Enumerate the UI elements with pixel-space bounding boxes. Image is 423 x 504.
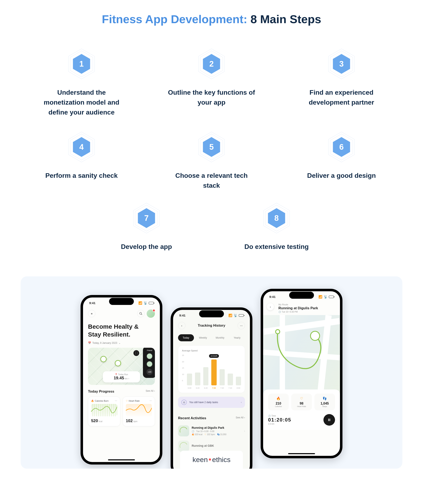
step-3: 3 Find an experienced development partne…: [281, 48, 402, 117]
section-title: Today Progress: [88, 390, 114, 394]
step-6: 6 Deliver a good design: [281, 132, 402, 190]
clock: 9:41: [269, 295, 276, 299]
home-indicator: [288, 453, 315, 454]
more-icon[interactable]: ⋯: [115, 400, 117, 402]
hex-badge: 1: [66, 48, 97, 79]
clock: 9:41: [89, 301, 95, 305]
signal-icon: 📶: [138, 301, 142, 305]
tab-monthly[interactable]: Monthly: [212, 334, 228, 341]
sparkline-chart: [126, 404, 152, 416]
steps-icon: 👣: [217, 433, 220, 436]
wifi-icon: 📡: [234, 314, 238, 317]
chart-bar: 24 km/h: [211, 360, 217, 385]
page-title: Fitness App Development: 8 Main Steps: [21, 12, 402, 26]
stat-steps: 👣 1,045 Steps: [314, 394, 335, 410]
phone-mockup-history: 9:41 📶📡 ‹ Tracking History ⋯ Today Weekl…: [170, 307, 253, 469]
wifi-icon: 📡: [144, 301, 147, 305]
battery-icon: [149, 302, 154, 304]
pause-button[interactable]: [323, 414, 335, 426]
heartrate-card[interactable]: ♡Heart Rate⋯ 102 bpm: [123, 396, 155, 426]
more-icon[interactable]: ⋯: [150, 400, 152, 402]
step-1: 1 Understand the monetization model and …: [21, 48, 142, 117]
steps-row-2: 7 Develop the app 8 Do extensive testing: [86, 203, 337, 252]
tab-weekly[interactable]: Weekly: [195, 334, 211, 341]
friends-panel[interactable]: Friend +20: [143, 348, 155, 378]
brand-logo: keen•ethics: [180, 451, 243, 469]
route-map[interactable]: [263, 315, 340, 394]
avatar[interactable]: [147, 309, 155, 318]
activity-thumb: [178, 425, 189, 436]
chevron-right-icon: ›: [128, 377, 129, 380]
map-pin-icon: [100, 356, 106, 362]
steps-row-1: 1 Understand the monetization model and …: [21, 48, 402, 190]
friend-more[interactable]: +20: [147, 369, 153, 375]
signal-icon: 📶: [318, 295, 323, 299]
calendar-icon: 📅: [88, 342, 91, 344]
more-button[interactable]: ⋯: [238, 322, 245, 329]
headline: Become Healty &Stay Resilient.: [83, 321, 160, 340]
target-icon: ◎: [181, 400, 187, 405]
steps-icon: 👣: [316, 396, 333, 400]
activity-item[interactable]: Running at Digulis Park 🕐Tue 10 • 6.00 -…: [173, 423, 250, 438]
map-card[interactable]: ⛶ Friend +20 📍Today Run 19.45 km ›: [88, 348, 155, 385]
section-title: Recent Activities: [178, 416, 206, 420]
chart-bar: [228, 373, 233, 385]
stat-calories: 🔥 210 Calories: [268, 394, 289, 410]
svg-point-3: [311, 331, 319, 340]
today-run-pill: 📍Today Run 19.45 km ›: [103, 371, 140, 383]
stats-panel: 🔥 210 Calories ♡ 98 Heart Rate 👣 1,045: [263, 390, 340, 430]
search-button[interactable]: [137, 310, 145, 317]
flame-icon: 🔥: [192, 433, 194, 436]
step-5: 5 Choose a relevant tech stack: [151, 132, 272, 190]
expand-icon[interactable]: ⛶: [133, 350, 139, 356]
menu-button[interactable]: ≡: [88, 310, 95, 317]
date-label: 📅Today, 8 January 2023⌄: [83, 340, 160, 348]
calories-card[interactable]: 🔥Calories Burn⋯ 520 kcal: [88, 396, 120, 426]
heart-icon: ♡: [293, 396, 310, 400]
chart-bar: [220, 369, 225, 385]
svg-rect-4: [329, 419, 329, 421]
route-path: [263, 315, 340, 394]
friend-avatar: [147, 353, 153, 359]
dot-icon: •: [209, 458, 211, 462]
chevron-right-icon: ›: [244, 429, 245, 432]
svg-point-0: [140, 312, 141, 314]
timer-value: 01:20:05: [268, 417, 291, 423]
back-button[interactable]: ‹: [267, 303, 274, 310]
tab-today[interactable]: Today: [178, 334, 194, 341]
screen-title: Tracking History: [185, 324, 238, 328]
chevron-right-icon: ›: [241, 401, 242, 404]
wifi-icon: 📡: [324, 295, 328, 299]
chart-bar: [236, 377, 241, 385]
tab-yearly[interactable]: Yearly: [229, 334, 245, 341]
flame-icon: 🔥: [91, 400, 94, 402]
svg-rect-5: [330, 419, 330, 421]
speed-chart: Average Speed 252015105 24 km/h 6:006:20…: [178, 345, 245, 393]
step-2: 2 Outline the key functions of your app: [151, 48, 272, 117]
see-all-link[interactable]: See All ›: [236, 416, 245, 420]
chevron-down-icon[interactable]: ⌄: [118, 342, 121, 344]
map-pin-icon: [115, 360, 121, 366]
chart-bar: [203, 367, 208, 385]
activity-thumb: [178, 441, 189, 452]
flame-icon: 🔥: [270, 396, 287, 400]
battery-icon: [329, 296, 334, 298]
chart-bar: [187, 373, 192, 385]
back-button[interactable]: ‹: [178, 322, 185, 329]
clock-icon: 🕐: [278, 311, 281, 313]
tabs: Today Weekly Monthly Yearly: [173, 331, 250, 345]
signal-icon: 📶: [229, 314, 232, 317]
see-all-link[interactable]: See All ›: [146, 390, 155, 394]
svg-point-2: [276, 330, 280, 334]
sparkline-chart: [91, 404, 117, 416]
clock-icon: 🕐: [192, 430, 194, 432]
route-icon: 📍: [115, 373, 117, 376]
phone-mockup-home: 9:41 📶📡 ≡ Become Healty &Stay Resilient.: [81, 295, 162, 464]
svg-line-1: [141, 314, 142, 315]
step-4: 4 Perform a sanity check: [21, 132, 142, 190]
task-banner[interactable]: ◎ You still have 2 daily tasks ›: [178, 397, 245, 408]
phone-mockup-route: 9:41 📶📡 ‹ My Route Running at Digulis Pa…: [261, 289, 342, 458]
clock-icon: 🕐: [268, 415, 270, 417]
step-8: 8 Do extensive testing: [216, 203, 337, 252]
heart-icon: ♡: [126, 400, 128, 402]
